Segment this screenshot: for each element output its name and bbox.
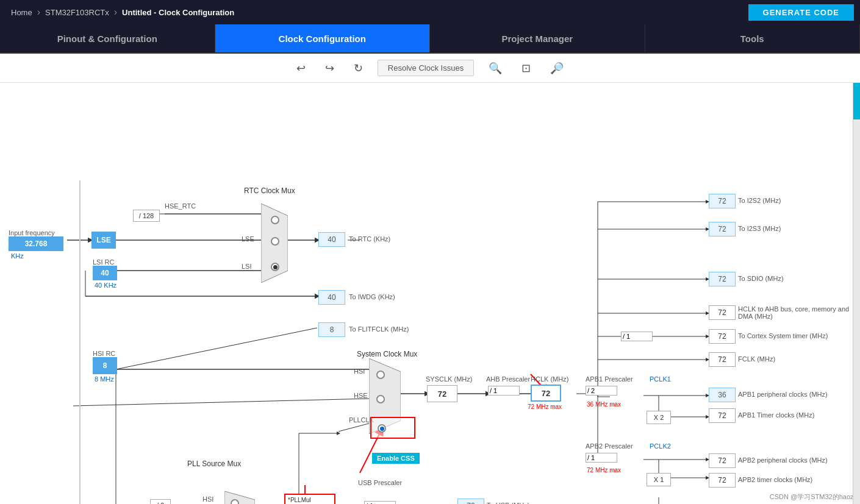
diagram-svg bbox=[0, 83, 860, 504]
apb1-per-label: APB1 peripheral clocks (MHz) bbox=[738, 391, 828, 398]
left-separator bbox=[79, 180, 81, 504]
hsi-sys-label: HSI bbox=[354, 367, 365, 375]
svg-line-9 bbox=[116, 328, 317, 369]
tab-pinout[interactable]: Pinout & Configuration bbox=[0, 24, 215, 52]
input-freq-value[interactable]: 32.768 bbox=[9, 236, 63, 251]
resolve-clock-button[interactable]: Resolve Clock Issues bbox=[378, 60, 474, 76]
usb-val[interactable]: 72 bbox=[457, 499, 484, 504]
hclk-val-box[interactable]: 72 bbox=[531, 385, 561, 402]
apb1-prescaler-label: APB1 Prescaler bbox=[586, 375, 633, 383]
sys-mux-radio-pllclk[interactable] bbox=[378, 424, 386, 433]
to-i2s3-label: To I2S3 (MHz) bbox=[738, 225, 781, 232]
rtc-mux-radio-lsi[interactable] bbox=[271, 263, 279, 271]
apb2-x1-box: X 1 bbox=[647, 473, 671, 486]
cortex-label: To Cortex System timer (MHz) bbox=[738, 332, 828, 339]
apb2-select[interactable]: / 1 / 2 bbox=[586, 453, 617, 463]
pll-mul-box[interactable]: *PLLMul X 9 X 2 X 3 X 4 X 5 X 6 X 7 X 8 … bbox=[284, 494, 335, 504]
apb1-per-val[interactable]: 36 bbox=[709, 388, 736, 402]
rtc-mux-radio-hse[interactable] bbox=[271, 216, 279, 224]
zoom-out-button[interactable]: 🔎 bbox=[545, 59, 568, 77]
apb1-tim-label: APB1 Timer clocks (MHz) bbox=[738, 411, 814, 419]
zoom-in-button[interactable]: 🔍 bbox=[484, 59, 507, 77]
hclk-max-label: 72 MHz max bbox=[528, 403, 562, 410]
apb1-select[interactable]: / 2 / 1 / 4 bbox=[586, 386, 617, 396]
input-freq-unit: KHz bbox=[11, 252, 24, 260]
ahb-prescaler-label: AHB Prescaler bbox=[486, 375, 530, 383]
tab-tools[interactable]: Tools bbox=[645, 24, 861, 52]
ahb-prescaler-select[interactable]: / 1 / 2 / 4 bbox=[488, 386, 520, 396]
toolbar: ↩ ↪ ↻ Resolve Clock Issues 🔍 ⊡ 🔎 bbox=[0, 54, 860, 83]
lsi-mux-label: LSI bbox=[242, 263, 252, 270]
hclk-ahb-label: HCLK to AHB bus, core, memory and DMA (M… bbox=[738, 305, 860, 320]
div128-box[interactable]: / 128 bbox=[133, 210, 160, 222]
scrollbar-track[interactable] bbox=[853, 83, 860, 504]
to-rtc-val[interactable]: 40 bbox=[318, 232, 345, 247]
hsi-box[interactable]: 8 bbox=[93, 357, 117, 374]
generate-code-button[interactable]: GENERATE CODE bbox=[748, 4, 854, 21]
tab-bar: Pinout & Configuration Clock Configurati… bbox=[0, 24, 860, 54]
sys-mux-radio-hse[interactable] bbox=[376, 395, 385, 403]
usb-div-select[interactable]: / 1 / 1.5 bbox=[364, 501, 396, 504]
pllclk-selected-box bbox=[370, 417, 415, 439]
apb1-max-label: 36 MHz max bbox=[587, 401, 621, 408]
tab-project[interactable]: Project Manager bbox=[430, 24, 645, 52]
to-i2s2-val[interactable]: 72 bbox=[709, 194, 736, 208]
watermark: CSDN @学习STM32的haozi bbox=[770, 492, 855, 502]
to-flitf-label: To FLITFCLK (MHz) bbox=[349, 325, 409, 333]
rtc-mux-radio-lse[interactable] bbox=[271, 237, 279, 246]
usb-prescaler-label: USB Prescaler bbox=[358, 479, 402, 486]
lse-mux-label: LSE bbox=[242, 235, 254, 243]
top-nav: Home › STM32F103RCTx › Untitled - Clock … bbox=[0, 0, 860, 24]
nav-device[interactable]: STM32F103RCTx bbox=[40, 8, 114, 17]
to-sdio-top-label: To SDIO (MHz) bbox=[738, 275, 784, 282]
apb2-tim-label: APB2 timer clocks (MHz) bbox=[738, 476, 812, 483]
sysclk-val-box[interactable]: 72 bbox=[427, 385, 457, 402]
lse-box[interactable]: LSE bbox=[91, 232, 116, 249]
to-iwdg-val[interactable]: 40 bbox=[318, 290, 345, 305]
hse-rtc-label: HSE_RTC bbox=[165, 202, 196, 210]
nav-page[interactable]: Untitled - Clock Configuration bbox=[117, 8, 239, 17]
refresh-button[interactable]: ↻ bbox=[349, 59, 368, 77]
rtc-clock-mux-label: RTC Clock Mux bbox=[244, 186, 295, 195]
tab-clock[interactable]: Clock Configuration bbox=[215, 24, 431, 52]
scrollbar-thumb[interactable] bbox=[853, 83, 860, 119]
lsi-unit: 40 KHz bbox=[95, 282, 116, 289]
svg-line-12 bbox=[73, 399, 371, 406]
pclk1-label: PCLK1 bbox=[650, 375, 671, 383]
redo-button[interactable]: ↪ bbox=[320, 59, 339, 77]
undo-button[interactable]: ↩ bbox=[292, 59, 310, 77]
pll-src-radio-hsi[interactable] bbox=[231, 499, 239, 504]
hse-sys-label: HSE bbox=[354, 392, 368, 399]
lsi-box[interactable]: 40 bbox=[93, 266, 117, 280]
apb2-max-label: 72 MHz max bbox=[587, 467, 621, 474]
pll-src-mux-shape bbox=[224, 491, 255, 504]
apb1-x2-box: X 2 bbox=[647, 411, 671, 424]
svg-line-13 bbox=[339, 423, 371, 431]
system-clock-mux-label: System Clock Mux bbox=[357, 350, 417, 358]
hsi-rc-label: HSI RC bbox=[93, 350, 115, 357]
hclk-ahb-val[interactable]: 72 bbox=[709, 305, 736, 320]
cortex-div-select[interactable]: / 1 / 8 bbox=[621, 332, 653, 341]
cortex-val[interactable]: 72 bbox=[709, 329, 736, 344]
fclk-val[interactable]: 72 bbox=[709, 352, 736, 367]
to-i2s3-val[interactable]: 72 bbox=[709, 222, 736, 236]
fit-button[interactable]: ⊡ bbox=[517, 59, 536, 77]
pll-mul-label: *PLLMul bbox=[288, 497, 311, 503]
apb2-per-val[interactable]: 72 bbox=[709, 453, 736, 468]
div2-hsi-box[interactable]: / 2 bbox=[150, 499, 171, 504]
nav-home[interactable]: Home bbox=[6, 8, 37, 17]
apb1-tim-val[interactable]: 72 bbox=[709, 408, 736, 423]
sys-mux-radio-hsi[interactable] bbox=[376, 371, 385, 379]
hclk-label: HCLK (MHz) bbox=[531, 375, 568, 383]
apb2-prescaler-label: APB2 Prescaler bbox=[586, 442, 633, 450]
apb2-tim-val[interactable]: 72 bbox=[709, 473, 736, 488]
to-iwdg-label: To IWDG (KHz) bbox=[349, 293, 395, 300]
sysclk-label: SYSCLK (MHz) bbox=[426, 375, 472, 383]
enable-css-button[interactable]: Enable CSS bbox=[372, 453, 420, 464]
apb2-per-label: APB2 peripheral clocks (MHz) bbox=[738, 456, 828, 464]
to-flitf-val[interactable]: 8 bbox=[318, 322, 345, 337]
to-i2s2-label: To I2S2 (MHz) bbox=[738, 197, 781, 204]
svg-marker-63 bbox=[224, 491, 255, 504]
canvas-area: Input frequency 32.768 KHz LSE LSI RC 40… bbox=[0, 83, 860, 504]
to-sdio-top-val[interactable]: 72 bbox=[709, 272, 736, 286]
